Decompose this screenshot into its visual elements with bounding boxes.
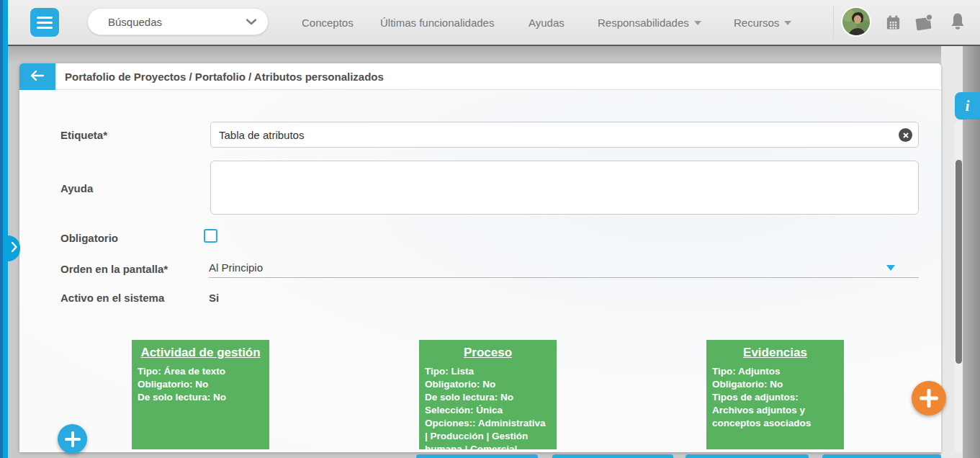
caret-down-icon xyxy=(886,265,895,271)
topbar: Búsquedas Conceptos Últimas funcionalida… xyxy=(8,0,980,45)
content-panel: Portafolio de Proyectos / Portafolio / A… xyxy=(19,63,941,452)
breadcrumb-bar: Portafolio de Proyectos / Portafolio / A… xyxy=(19,63,941,90)
etiqueta-input[interactable] xyxy=(210,122,919,148)
breadcrumb: Portafolio de Proyectos / Portafolio / A… xyxy=(65,63,384,90)
nav-label: Recursos xyxy=(734,17,779,29)
page-background-shade xyxy=(8,46,980,63)
topbar-divider xyxy=(833,6,834,39)
nav-label: Responsabilidades xyxy=(598,17,689,29)
nav-label: Últimas funcionalidades xyxy=(380,17,494,29)
notes-icon[interactable] xyxy=(914,13,934,34)
activo-value: Si xyxy=(209,292,219,304)
nav-item-ultimas-funcionalidades[interactable]: Últimas funcionalidades xyxy=(380,0,494,45)
attribute-card-evidencias[interactable]: Evidencias Tipo: Adjuntos Obligatorio: N… xyxy=(706,340,844,449)
attribute-card-line: Obligatorio: No xyxy=(706,378,844,391)
previsualizar-button[interactable]: Previsualizar xyxy=(685,454,809,458)
attribute-card-line: Obligatorio: No xyxy=(132,378,269,391)
activo-label: Activo en el sistema xyxy=(60,292,164,304)
nav-item-ayudas[interactable]: Ayudas xyxy=(529,0,565,45)
chevron-right-icon xyxy=(12,242,17,255)
etiqueta-label: Etiqueta* xyxy=(60,129,107,141)
nav-item-conceptos[interactable]: Conceptos xyxy=(302,0,354,45)
attribute-card-line: Tipos de adjuntos: Archivos adjuntos y c… xyxy=(706,391,844,430)
attribute-card-line: Tipo: Área de texto xyxy=(132,365,269,378)
attribute-card-line: Tipo: Lista xyxy=(419,365,557,378)
attribute-card-line: Obligatorio: No xyxy=(419,378,557,391)
bell-icon[interactable] xyxy=(949,12,966,33)
sidebar-collapsed-bar xyxy=(3,0,8,458)
attribute-card-actividad-de-gestion[interactable]: Actividad de gestión Tipo: Área de texto… xyxy=(132,340,269,449)
caret-down-icon xyxy=(694,21,701,25)
attribute-card-line: Opciones:: Administrativa | Producción |… xyxy=(419,417,557,449)
topbar-underline xyxy=(8,45,980,46)
obligatorio-checkbox[interactable] xyxy=(204,229,217,243)
avatar[interactable] xyxy=(842,8,870,35)
form-area: Etiqueta* Ayuda Obligatorio Orden en la … xyxy=(19,90,941,452)
info-tab[interactable]: i xyxy=(955,92,980,120)
attribute-card-title: Actividad de gestión xyxy=(136,346,265,360)
search-dropdown-label: Búsquedas xyxy=(108,16,246,28)
menu-button[interactable] xyxy=(30,8,59,37)
obligatorio-label: Obligatorio xyxy=(60,232,118,244)
orden-select-value: Al Principio xyxy=(209,261,263,274)
back-button[interactable] xyxy=(19,63,55,90)
attribute-card-line: De solo lectura: No xyxy=(132,391,269,404)
attribute-card-title: Evidencias xyxy=(711,346,840,360)
app-window: Búsquedas Conceptos Últimas funcionalida… xyxy=(0,0,980,458)
arrow-left-icon xyxy=(30,70,45,84)
desactivar-button[interactable]: Desactivar xyxy=(552,454,673,458)
chevron-down-icon xyxy=(246,15,256,28)
clear-input-button[interactable] xyxy=(899,128,912,142)
attribute-card-title: Proceso xyxy=(423,346,552,360)
scrollbar-track[interactable] xyxy=(954,121,963,452)
attribute-card-proceso[interactable]: Proceso Tipo: Lista Obligatorio: No De s… xyxy=(419,340,557,449)
nav-label: Ayudas xyxy=(529,17,565,29)
nav-item-recursos[interactable]: Recursos xyxy=(734,0,791,45)
add-button-bottom[interactable] xyxy=(58,424,87,454)
ayuda-textarea[interactable] xyxy=(210,161,919,215)
attribute-card-line: De solo lectura: No xyxy=(419,391,557,404)
caret-down-icon xyxy=(784,21,791,25)
orden-label: Orden en la pantalla* xyxy=(60,263,168,275)
attribute-card-line: Tipo: Adjuntos xyxy=(706,365,844,378)
nav-item-responsabilidades[interactable]: Responsabilidades xyxy=(598,0,701,45)
guardar-button[interactable]: Guardar xyxy=(416,454,538,458)
search-dropdown[interactable]: Búsquedas xyxy=(87,8,269,35)
eliminar-button[interactable]: Eliminar xyxy=(822,454,941,458)
orden-select[interactable]: Al Principio xyxy=(209,259,919,278)
ayuda-label: Ayuda xyxy=(60,182,93,194)
calendar-icon[interactable] xyxy=(885,14,902,33)
nav-label: Conceptos xyxy=(302,17,354,29)
attribute-card-line: Selección: Única xyxy=(419,404,557,417)
add-attribute-button[interactable] xyxy=(912,381,946,416)
scrollbar-thumb[interactable] xyxy=(956,160,962,364)
